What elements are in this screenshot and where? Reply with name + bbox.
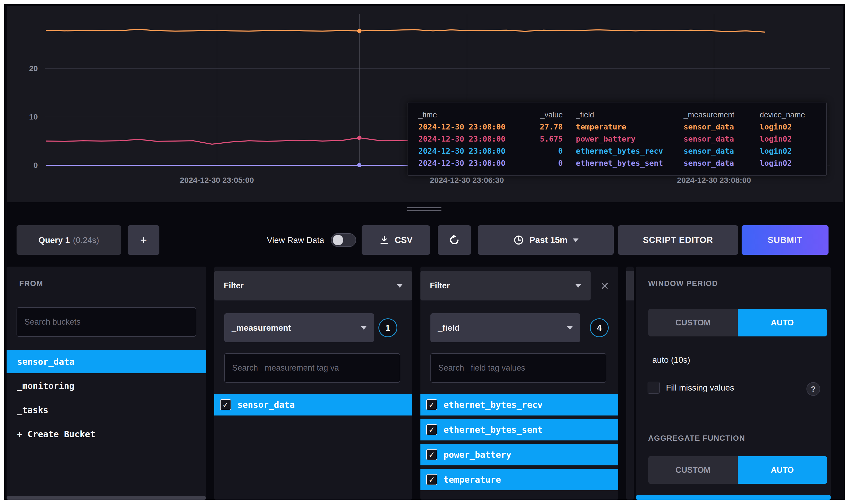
chevron-down-icon [397, 284, 402, 288]
checkbox-checked-icon[interactable]: ✓ [220, 399, 231, 410]
tooltip-cell-field: ethernet_bytes_recv [563, 145, 684, 157]
tooltip-cell-field: ethernet_bytes_sent [563, 157, 684, 169]
csv-download-button[interactable]: CSV [362, 226, 430, 255]
checkbox-checked-icon[interactable]: ✓ [426, 424, 437, 435]
tooltip-cell-device: login02 [760, 121, 816, 133]
auto-mode-button[interactable]: AUTO [738, 456, 827, 484]
refresh-button[interactable] [438, 226, 471, 255]
from-panel: FROM sensor_data_monitoring_tasks+ Creat… [6, 267, 206, 500]
tooltip-row: 2024-12-30 23:08:000ethernet_bytes_recvs… [418, 145, 816, 157]
toggle-knob [333, 235, 343, 245]
filter-card-field: Filter × _field 4 ✓ethernet_bytes_recv✓e… [420, 267, 618, 500]
tag-key-label: _measurement [232, 323, 291, 333]
field-search-input[interactable] [430, 353, 606, 383]
tooltip-cell-value: 0 [534, 157, 563, 169]
tag-key-label: _field [438, 323, 460, 333]
tag-key-dropdown[interactable]: _field [430, 313, 580, 342]
filter-value-label: ethernet_bytes_sent [444, 425, 543, 435]
tooltip-header-cell: _value [534, 109, 563, 121]
tooltip-cell-measurement: sensor_data [684, 133, 760, 145]
custom-mode-button[interactable]: CUSTOM [648, 456, 738, 484]
tooltip-header-cell: _field [563, 109, 684, 121]
filter-value-row[interactable]: ✓power_battery [420, 444, 618, 465]
bucket-search-input[interactable] [17, 307, 196, 337]
window-period-title: WINDOW PERIOD [648, 279, 718, 288]
filter-value-list: ✓sensor_data [214, 394, 412, 419]
filter-value-label: power_battery [444, 450, 511, 460]
resize-handle-bar [407, 210, 441, 211]
filter-card-measurement: Filter _measurement 1 ✓sensor_data [214, 267, 412, 500]
tooltip-cell-field: temperature [563, 121, 684, 133]
from-panel-title: FROM [19, 279, 43, 288]
horizontal-scrollbar[interactable] [6, 496, 206, 500]
window-period-value: auto (10s) [652, 355, 690, 365]
tooltip-cell-measurement: sensor_data [684, 121, 760, 133]
tooltip-header-cell: _time [418, 109, 534, 121]
tooltip-header-cell: device_name [760, 109, 816, 121]
filter-value-row[interactable]: ✓temperature [420, 469, 618, 490]
query-tab-name: Query 1 [39, 235, 70, 245]
view-raw-data-label: View Raw Data [267, 235, 324, 245]
script-editor-button[interactable]: SCRIPT EDITOR [618, 226, 738, 255]
filter-type-dropdown[interactable]: Filter [420, 271, 591, 301]
filter-type-label: Filter [224, 281, 244, 290]
submit-button[interactable]: SUBMIT [742, 226, 829, 255]
tooltip-header-cell: _measurement [684, 109, 760, 121]
tag-key-dropdown[interactable]: _measurement [224, 313, 374, 342]
filter-type-dropdown[interactable]: Filter [214, 271, 412, 301]
checkbox-checked-icon[interactable]: ✓ [426, 449, 437, 460]
filter-value-row[interactable]: ✓ethernet_bytes_recv [420, 394, 618, 415]
bucket-item[interactable]: sensor_data [6, 350, 206, 373]
download-icon [379, 235, 390, 245]
window-period-panel: WINDOW PERIOD CUSTOM AUTO auto (10s) Fil… [636, 267, 831, 500]
aggregate-function-title: AGGREGATE FUNCTION [648, 434, 745, 443]
filter-type-label: Filter [430, 281, 450, 290]
chevron-down-icon [361, 326, 366, 330]
view-raw-data-group: View Raw Data [267, 226, 356, 255]
chart-hover-tooltip: _time_value_field_measurementdevice_name… [408, 102, 827, 176]
filter-card-partial [626, 267, 634, 500]
svg-text:20: 20 [29, 64, 38, 73]
fill-missing-checkbox[interactable] [648, 382, 660, 394]
fill-missing-values-row: Fill missing values [648, 382, 734, 394]
bucket-item[interactable]: + Create Bucket [6, 422, 206, 446]
selected-count-badge: 4 [590, 318, 609, 337]
filter-value-list: ✓ethernet_bytes_recv✓ethernet_bytes_sent… [420, 394, 618, 494]
time-series-chart[interactable]: 010202024-12-30 23:05:002024-12-30 23:06… [7, 6, 843, 202]
tooltip-row: 2024-12-30 23:08:000ethernet_bytes_sents… [418, 157, 816, 169]
add-query-button[interactable]: + [128, 226, 159, 255]
time-range-dropdown[interactable]: Past 15m [478, 226, 614, 255]
help-icon[interactable]: ? [807, 382, 820, 396]
tooltip-cell-device: login02 [760, 157, 816, 169]
resize-handle[interactable] [407, 207, 441, 213]
auto-mode-button[interactable]: AUTO [738, 309, 827, 337]
checkbox-checked-icon[interactable]: ✓ [426, 474, 437, 485]
filter-value-row[interactable]: ✓ethernet_bytes_sent [420, 419, 618, 440]
tooltip-cell-device: login02 [760, 133, 816, 145]
chevron-down-icon [575, 284, 581, 288]
custom-mode-button[interactable]: CUSTOM [648, 309, 738, 337]
clock-icon [513, 235, 524, 246]
bucket-item[interactable]: _tasks [6, 398, 206, 421]
aggregate-selected-item-partial[interactable] [636, 495, 831, 500]
filter-value-label: temperature [444, 474, 501, 485]
query-duration: (0.24s) [73, 235, 99, 245]
measurement-search-input[interactable] [224, 353, 400, 383]
svg-text:2024-12-30 23:05:00: 2024-12-30 23:05:00 [180, 176, 254, 184]
tooltip-rows: 2024-12-30 23:08:0027.78temperaturesenso… [418, 121, 816, 169]
tooltip-cell-field: power_battery [563, 133, 684, 145]
bucket-list: sensor_data_monitoring_tasks+ Create Buc… [6, 350, 206, 447]
tooltip-cell-time: 2024-12-30 23:08:00 [418, 133, 534, 145]
tooltip-cell-time: 2024-12-30 23:08:00 [418, 121, 534, 133]
tooltip-cell-device: login02 [760, 145, 816, 157]
close-icon[interactable]: × [593, 271, 617, 301]
view-raw-data-toggle[interactable] [331, 233, 356, 247]
csv-label: CSV [395, 235, 413, 245]
filter-value-row[interactable]: ✓sensor_data [214, 394, 412, 415]
query-tab[interactable]: Query 1 (0.24s) [17, 226, 121, 255]
filter-card-partial-header [626, 271, 634, 301]
tooltip-header-row: _time_value_field_measurementdevice_name [418, 109, 816, 121]
tooltip-cell-time: 2024-12-30 23:08:00 [418, 157, 534, 169]
checkbox-checked-icon[interactable]: ✓ [426, 399, 437, 410]
bucket-item[interactable]: _monitoring [6, 374, 206, 397]
